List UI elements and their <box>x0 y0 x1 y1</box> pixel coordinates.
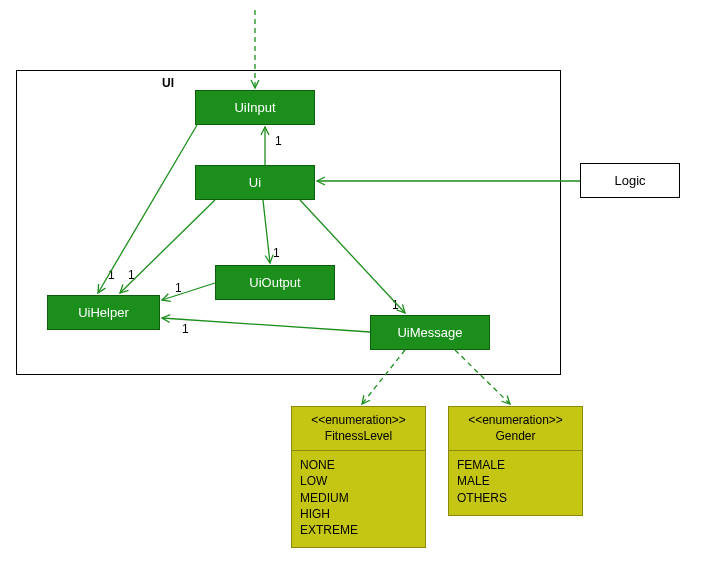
mult-ui-uihelper-b: 1 <box>128 268 135 282</box>
class-uimessage-label: UiMessage <box>397 325 462 340</box>
enum-fitnesslevel-name: FitnessLevel <box>296 429 421 445</box>
class-uioutput-label: UiOutput <box>249 275 300 290</box>
enum-gender-name: Gender <box>453 429 578 445</box>
enum-gender: <<enumeration>> Gender FEMALE MALE OTHER… <box>448 406 583 516</box>
enum-value: FEMALE <box>457 457 574 473</box>
enum-value: NONE <box>300 457 417 473</box>
enum-value: MEDIUM <box>300 490 417 506</box>
enum-fitnesslevel: <<enumeration>> FitnessLevel NONE LOW ME… <box>291 406 426 548</box>
class-uihelper: UiHelper <box>47 295 160 330</box>
enum-fitnesslevel-header: <<enumeration>> FitnessLevel <box>292 407 425 451</box>
class-logic-label: Logic <box>614 173 645 188</box>
class-uimessage: UiMessage <box>370 315 490 350</box>
mult-ui-uiinput: 1 <box>275 134 282 148</box>
enum-value: EXTREME <box>300 522 417 538</box>
class-logic: Logic <box>580 163 680 198</box>
class-ui-label: Ui <box>249 175 261 190</box>
mult-uioutput-uihelper: 1 <box>175 281 182 295</box>
enum-value: MALE <box>457 473 574 489</box>
class-uiinput: UiInput <box>195 90 315 125</box>
mult-ui-uimessage: 1 <box>392 298 399 312</box>
enum-gender-header: <<enumeration>> Gender <box>449 407 582 451</box>
mult-uimessage-uihelper: 1 <box>182 322 189 336</box>
class-ui: Ui <box>195 165 315 200</box>
enum-gender-stereotype: <<enumeration>> <box>453 413 578 429</box>
class-uiinput-label: UiInput <box>234 100 275 115</box>
class-uihelper-label: UiHelper <box>78 305 129 320</box>
enum-value: OTHERS <box>457 490 574 506</box>
mult-ui-uihelper-a: 1 <box>108 268 115 282</box>
enum-value: LOW <box>300 473 417 489</box>
enum-gender-body: FEMALE MALE OTHERS <box>449 451 582 512</box>
diagram-canvas: UI UiInput Ui UiOutput UiHelper UiMessag… <box>0 0 701 570</box>
package-ui-label: UI <box>162 76 174 90</box>
enum-fitnesslevel-body: NONE LOW MEDIUM HIGH EXTREME <box>292 451 425 544</box>
enum-fitnesslevel-stereotype: <<enumeration>> <box>296 413 421 429</box>
class-uioutput: UiOutput <box>215 265 335 300</box>
mult-ui-uioutput: 1 <box>273 246 280 260</box>
enum-value: HIGH <box>300 506 417 522</box>
